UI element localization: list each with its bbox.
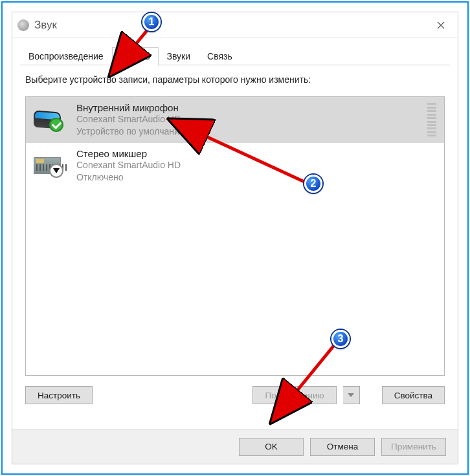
cancel-button[interactable]: Отмена [310,438,375,456]
sound-dialog: Звук Воспроизведение Запись Звуки Связь … [12,12,458,464]
tab-communications[interactable]: Связь [199,47,241,65]
configure-button[interactable]: Настроить [25,386,93,404]
tab-playback[interactable]: Воспроизведение [20,47,112,65]
tab-record[interactable]: Запись [112,47,159,66]
device-status: Отключено [76,171,436,184]
sound-icon [17,19,29,31]
device-driver: Conexant SmartAudio HD [76,159,436,171]
level-meter [427,103,436,136]
device-list[interactable]: Внутренний микрофон Conexant SmartAudio … [25,96,445,376]
device-internal-mic[interactable]: Внутренний микрофон Conexant SmartAudio … [26,97,444,143]
close-icon [437,21,445,29]
apply-button[interactable]: Применить [381,438,446,456]
window-title: Звук [34,19,426,32]
soundcard-icon [34,157,73,174]
disabled-icon [49,164,63,178]
properties-button[interactable]: Свойства [382,386,445,404]
device-status: Устройство по умолчанию [76,125,427,138]
microphone-icon [34,111,73,128]
titlebar: Звук [12,12,458,38]
callout-3: 3 [331,330,350,348]
device-stereo-mixer[interactable]: Стерео микшер Conexant SmartAudio HD Отк… [26,143,444,189]
instruction-text: Выберите устройство записи, параметры ко… [25,74,445,85]
callout-2: 2 [304,175,322,193]
check-icon [49,118,63,132]
device-name: Внутренний микрофон [76,102,427,113]
device-driver: Conexant SmartAudio HD [76,113,427,125]
ok-button[interactable]: OK [239,438,304,456]
callout-1: 1 [142,13,161,31]
set-default-dropdown[interactable] [343,386,360,404]
tabstrip: Воспроизведение Запись Звуки Связь [12,38,458,65]
tab-sounds[interactable]: Звуки [159,47,199,65]
set-default-button[interactable]: По умолчанию [252,386,336,404]
device-name: Стерео микшер [76,148,436,159]
close-button[interactable] [426,16,455,35]
dialog-footer: OK Отмена Применить [12,429,458,464]
